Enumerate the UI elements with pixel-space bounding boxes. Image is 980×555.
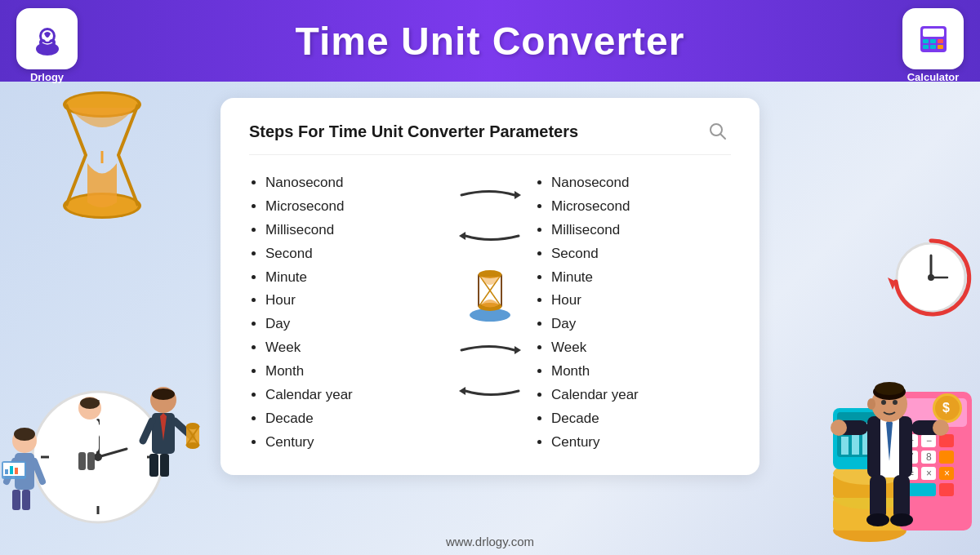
list-item: Week bbox=[551, 336, 731, 360]
list-item: Century bbox=[551, 431, 731, 455]
list-item: Second bbox=[265, 242, 445, 266]
list-item: Millisecond bbox=[551, 219, 731, 242]
svg-rect-6 bbox=[923, 29, 944, 37]
svg-rect-31 bbox=[12, 490, 20, 510]
arrow-left-mid bbox=[457, 220, 523, 251]
svg-point-53 bbox=[152, 388, 175, 400]
arrow-right-bottom bbox=[457, 335, 523, 366]
page-title: Time Unit Converter bbox=[296, 19, 685, 64]
arrow-right-top bbox=[457, 180, 523, 211]
svg-rect-44 bbox=[87, 452, 95, 470]
svg-point-123 bbox=[866, 513, 889, 526]
footer-url: www.drlogy.com bbox=[446, 535, 534, 548]
right-items-list: NanosecondMicrosecondMillisecondSecondMi… bbox=[535, 171, 731, 455]
svg-rect-10 bbox=[923, 45, 929, 49]
list-item: Second bbox=[551, 242, 731, 266]
search-icon bbox=[709, 122, 727, 140]
list-item: Day bbox=[551, 313, 731, 336]
list-item: Decade bbox=[551, 407, 731, 431]
character-svg: + − 7 8 × = × $ bbox=[808, 286, 980, 555]
svg-rect-7 bbox=[923, 39, 929, 43]
list-item: Hour bbox=[265, 289, 445, 313]
svg-point-33 bbox=[14, 428, 35, 441]
list-item: Century bbox=[265, 431, 445, 455]
svg-rect-32 bbox=[22, 490, 30, 510]
svg-rect-40 bbox=[81, 420, 99, 452]
svg-point-26 bbox=[94, 453, 102, 461]
footer: www.drlogy.com bbox=[0, 535, 980, 548]
arrows-column bbox=[445, 171, 535, 406]
card-header: Steps For Time Unit Converter Parameters bbox=[249, 118, 731, 155]
left-list: NanosecondMicrosecondMillisecondSecondMi… bbox=[249, 171, 445, 455]
svg-point-45 bbox=[80, 397, 100, 409]
hourglass-svg bbox=[49, 90, 155, 220]
logo-area: Drlogy bbox=[16, 8, 78, 83]
drlogy-icon bbox=[28, 20, 67, 59]
card-title: Steps For Time Unit Converter Parameters bbox=[249, 122, 578, 141]
svg-text:−: − bbox=[926, 435, 932, 446]
right-illustration: + − 7 8 × = × $ bbox=[800, 229, 980, 555]
svg-rect-121 bbox=[870, 475, 886, 520]
svg-rect-43 bbox=[78, 452, 86, 470]
list-item: Millisecond bbox=[265, 219, 445, 242]
list-item: Hour bbox=[551, 289, 731, 313]
svg-marker-68 bbox=[459, 387, 466, 395]
svg-point-116 bbox=[893, 400, 898, 405]
svg-rect-38 bbox=[15, 468, 18, 474]
list-item: Microsecond bbox=[265, 195, 445, 219]
svg-text:×: × bbox=[926, 468, 932, 479]
list-item: Nanosecond bbox=[265, 171, 445, 195]
svg-point-119 bbox=[831, 420, 847, 436]
hourglass-hand bbox=[464, 264, 517, 322]
calc-circle bbox=[902, 8, 964, 69]
people-illustration bbox=[0, 229, 220, 555]
svg-point-113 bbox=[875, 382, 904, 395]
svg-point-115 bbox=[881, 400, 886, 405]
hourglass-hand-svg bbox=[464, 264, 517, 322]
list-item: Calendar year bbox=[551, 384, 731, 407]
list-item: Month bbox=[265, 360, 445, 384]
arrow-left-bottom bbox=[457, 375, 523, 406]
svg-text:$: $ bbox=[942, 401, 950, 415]
svg-point-120 bbox=[933, 420, 949, 436]
list-item: Calendar year bbox=[265, 384, 445, 407]
svg-rect-37 bbox=[10, 466, 13, 474]
svg-marker-67 bbox=[514, 346, 521, 354]
list-item: Nanosecond bbox=[551, 171, 731, 195]
list-item: Week bbox=[265, 336, 445, 360]
header: Drlogy Time Unit Converter Calculator bbox=[0, 0, 980, 82]
svg-rect-11 bbox=[930, 45, 936, 49]
svg-text:×: × bbox=[944, 468, 950, 479]
list-item: Decade bbox=[265, 407, 445, 431]
svg-rect-102 bbox=[841, 437, 849, 455]
list-item: Day bbox=[265, 313, 445, 336]
svg-point-124 bbox=[890, 513, 913, 526]
svg-point-73 bbox=[928, 274, 934, 281]
svg-rect-8 bbox=[930, 39, 936, 43]
svg-rect-51 bbox=[149, 454, 158, 477]
svg-point-114 bbox=[867, 398, 875, 410]
svg-rect-12 bbox=[938, 45, 943, 49]
lists-container: NanosecondMicrosecondMillisecondSecondMi… bbox=[249, 171, 731, 455]
info-card: Steps For Time Unit Converter Parameters… bbox=[220, 98, 760, 475]
list-item: Microsecond bbox=[551, 195, 731, 219]
calculator-icon bbox=[914, 20, 953, 59]
svg-line-60 bbox=[720, 134, 725, 139]
svg-rect-9 bbox=[938, 39, 943, 43]
main-content: Steps For Time Unit Converter Parameters… bbox=[0, 82, 980, 555]
svg-rect-36 bbox=[5, 469, 8, 474]
calculator-area: Calculator bbox=[902, 8, 964, 83]
svg-rect-84 bbox=[939, 434, 954, 447]
right-list: NanosecondMicrosecondMillisecondSecondMi… bbox=[535, 171, 731, 455]
svg-marker-61 bbox=[514, 191, 521, 199]
hourglass-decoration bbox=[49, 90, 155, 224]
list-item: Minute bbox=[265, 266, 445, 290]
svg-rect-52 bbox=[160, 454, 169, 477]
svg-rect-92 bbox=[939, 483, 954, 496]
search-button[interactable] bbox=[705, 118, 731, 144]
list-item: Month bbox=[551, 360, 731, 384]
logo-circle bbox=[16, 8, 78, 69]
svg-rect-87 bbox=[939, 451, 954, 464]
list-item: Minute bbox=[551, 266, 731, 290]
svg-rect-122 bbox=[893, 475, 910, 520]
